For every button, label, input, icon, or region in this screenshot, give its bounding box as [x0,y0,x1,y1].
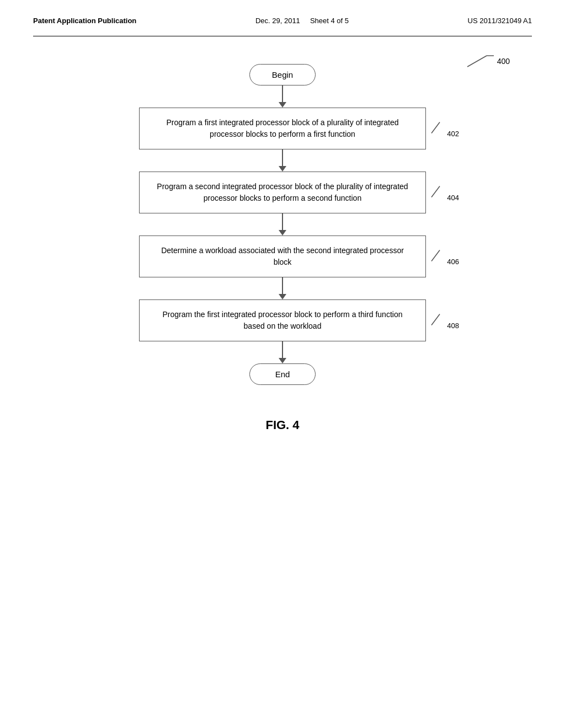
step-402-box: Program a first integrated processor blo… [139,108,426,149]
step-404-text: Program a second integrated processor bl… [157,182,408,202]
svg-line-3 [431,186,440,197]
arrow-line-4 [282,277,283,294]
step-408-container: Program the first integrated processor b… [122,299,443,341]
step-404-number: 404 [447,194,459,202]
header-left: Patent Application Publication [33,17,136,25]
step-406-slash-icon [429,248,445,264]
step-406-label: 406 [429,248,459,266]
arrow-head-2 [279,166,286,172]
arrow-head-1 [279,102,286,108]
end-node: End [249,363,316,385]
step-402-container: Program a first integrated processor blo… [122,108,443,149]
flow-container: Begin Program a first integrated process… [122,64,443,385]
step-406-number: 406 [447,258,459,266]
step-408-number: 408 [447,322,459,330]
step-404-box: Program a second integrated processor bl… [139,172,426,213]
arrow-head-5 [279,358,286,363]
header-right: US 2011/321049 A1 [468,17,532,25]
arrow-line-2 [282,149,283,166]
step-408-slash-icon [429,312,445,328]
diagram-area: 400 Begin Program a first integrated pro… [33,53,532,432]
svg-line-5 [431,314,440,325]
arrow-line-3 [282,213,283,230]
step-406-container: Determine a workload associated with the… [122,235,443,277]
svg-line-4 [431,250,440,261]
step-404-label: 404 [429,184,459,202]
step-408-box: Program the first integrated processor b… [139,299,426,341]
step-406-box: Determine a workload associated with the… [139,235,426,277]
arrow-head-3 [279,230,286,235]
step-408-label: 408 [429,312,459,330]
svg-line-2 [431,122,440,133]
step-404-container: Program a second integrated processor bl… [122,172,443,213]
header-sheet: Sheet 4 of 5 [310,17,349,25]
page: Patent Application Publication Dec. 29, … [0,0,565,728]
arrow-head-4 [279,294,286,299]
header-center: Dec. 29, 2011 Sheet 4 of 5 [255,17,349,25]
arrow-line-5 [282,341,283,358]
step-406-text: Determine a workload associated with the… [161,246,404,266]
step-402-slash-icon [429,120,445,136]
step-402-label: 402 [429,120,459,138]
arrow-2 [279,149,286,172]
step-404-slash-icon [429,184,445,200]
figure-label: FIG. 4 [265,418,299,432]
ref-400-label: 400 [497,57,510,66]
step-408-text: Program the first integrated processor b… [163,310,403,330]
begin-node: Begin [249,64,316,85]
arrow-line-1 [282,85,283,102]
ref-arrow-icon [462,53,495,69]
svg-line-0 [467,56,487,67]
page-header: Patent Application Publication Dec. 29, … [33,11,532,36]
header-date: Dec. 29, 2011 [255,17,300,25]
arrow-3 [279,213,286,235]
arrow-4 [279,277,286,299]
arrow-5 [279,341,286,363]
diagram-ref-400: 400 [462,53,510,69]
step-402-number: 402 [447,130,459,138]
step-402-text: Program a first integrated processor blo… [167,118,399,138]
arrow-1 [279,85,286,108]
